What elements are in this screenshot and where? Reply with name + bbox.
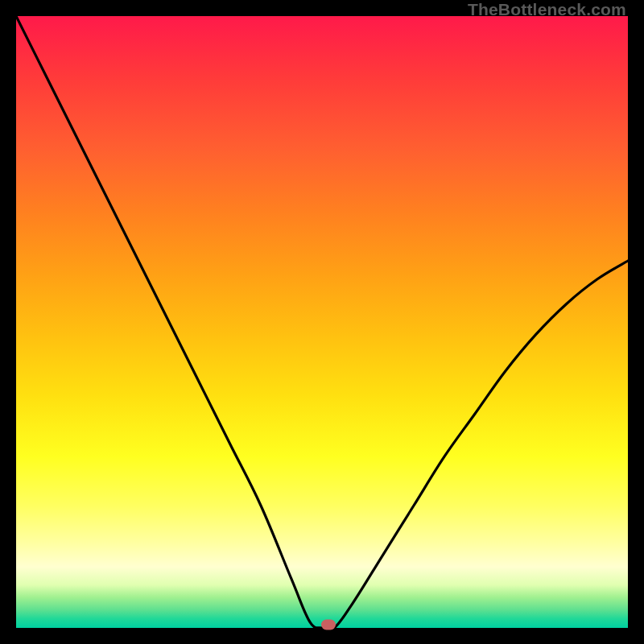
bottleneck-curve [16, 16, 628, 628]
chart-container: TheBottleneck.com [0, 0, 644, 644]
curve-svg [16, 16, 628, 628]
plot-area [16, 16, 628, 628]
optimum-marker [321, 620, 336, 630]
